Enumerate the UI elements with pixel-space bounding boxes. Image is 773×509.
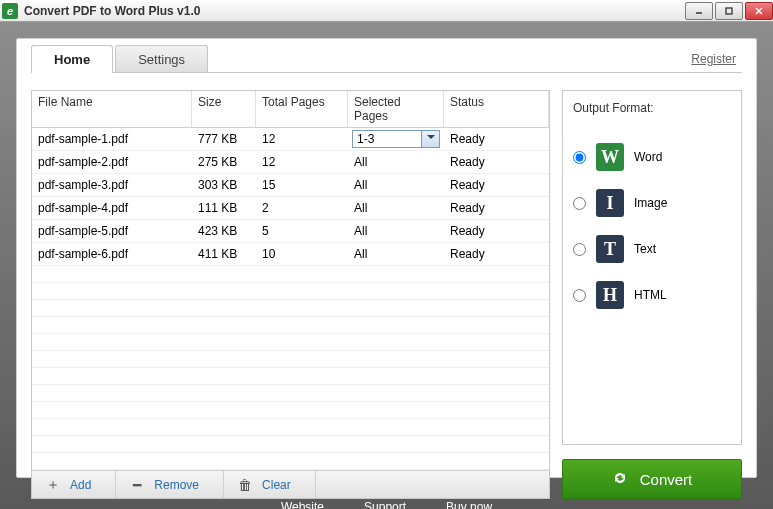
format-label-word: Word [634, 150, 662, 164]
table-row [32, 351, 549, 368]
table-body: pdf-sample-1.pdf777 KB121-3Readypdf-samp… [32, 128, 549, 470]
cell-selected-pages[interactable]: All [348, 151, 444, 173]
table-row [32, 368, 549, 385]
cell-size: 777 KB [192, 128, 256, 150]
tab-home[interactable]: Home [31, 45, 113, 73]
titlebar: e Convert PDF to Word Plus v1.0 [0, 0, 773, 22]
col-status[interactable]: Status [444, 91, 549, 127]
table-row[interactable]: pdf-sample-3.pdf303 KB15AllReady [32, 174, 549, 197]
table-row [32, 436, 549, 453]
buy-link[interactable]: Buy now [446, 500, 492, 509]
format-radio-word[interactable] [573, 151, 586, 164]
format-radio-text[interactable] [573, 243, 586, 256]
table-header: File Name Size Total Pages Selected Page… [32, 91, 549, 128]
cell-file-name: pdf-sample-4.pdf [32, 197, 192, 219]
cell-status: Ready [444, 128, 549, 150]
col-size[interactable]: Size [192, 91, 256, 127]
register-link[interactable]: Register [691, 52, 742, 66]
table-row [32, 402, 549, 419]
maximize-button[interactable] [715, 2, 743, 20]
cell-selected-pages[interactable]: All [348, 174, 444, 196]
cell-status: Ready [444, 197, 549, 219]
right-column: Output Format: WWordIImageTTextHHTML Con… [562, 90, 742, 499]
cell-selected-pages[interactable]: All [348, 220, 444, 242]
html-icon: H [596, 281, 624, 309]
support-link[interactable]: Support [364, 500, 406, 509]
tab-underline [31, 72, 742, 73]
cell-total-pages: 2 [256, 197, 348, 219]
output-panel: Output Format: WWordIImageTTextHHTML [562, 90, 742, 445]
tab-settings[interactable]: Settings [115, 45, 208, 73]
image-icon: I [596, 189, 624, 217]
cell-file-name: pdf-sample-2.pdf [32, 151, 192, 173]
col-file-name[interactable]: File Name [32, 91, 192, 127]
table-row[interactable]: pdf-sample-2.pdf275 KB12AllReady [32, 151, 549, 174]
table-row[interactable]: pdf-sample-6.pdf411 KB10AllReady [32, 243, 549, 266]
table-row [32, 334, 549, 351]
cell-selected-pages[interactable]: All [348, 197, 444, 219]
remove-label: Remove [154, 478, 199, 492]
toolbar: ＋ Add ━ Remove 🗑 Clear [32, 470, 549, 498]
cell-selected-pages[interactable]: All [348, 243, 444, 265]
chevron-down-icon[interactable] [421, 131, 439, 147]
cell-file-name: pdf-sample-3.pdf [32, 174, 192, 196]
minimize-button[interactable] [685, 2, 713, 20]
refresh-icon [612, 470, 628, 489]
format-label-image: Image [634, 196, 667, 210]
cell-total-pages: 10 [256, 243, 348, 265]
cell-total-pages: 12 [256, 128, 348, 150]
add-button[interactable]: ＋ Add [32, 471, 116, 498]
cell-file-name: pdf-sample-6.pdf [32, 243, 192, 265]
col-selected-pages[interactable]: Selected Pages [348, 91, 444, 127]
remove-button[interactable]: ━ Remove [116, 471, 224, 498]
cell-status: Ready [444, 220, 549, 242]
clear-label: Clear [262, 478, 291, 492]
format-option-word[interactable]: WWord [573, 143, 731, 171]
cell-status: Ready [444, 243, 549, 265]
format-option-image[interactable]: IImage [573, 189, 731, 217]
format-option-html[interactable]: HHTML [573, 281, 731, 309]
clear-button[interactable]: 🗑 Clear [224, 471, 316, 498]
table-row [32, 385, 549, 402]
website-link[interactable]: Website [281, 500, 324, 509]
file-panel: File Name Size Total Pages Selected Page… [31, 90, 550, 499]
col-total-pages[interactable]: Total Pages [256, 91, 348, 127]
window-title: Convert PDF to Word Plus v1.0 [24, 4, 200, 18]
cell-total-pages: 15 [256, 174, 348, 196]
add-label: Add [70, 478, 91, 492]
cell-selected-pages[interactable]: 1-3 [348, 130, 444, 148]
text-icon: T [596, 235, 624, 263]
close-button[interactable] [745, 2, 773, 20]
table-row [32, 317, 549, 334]
cell-status: Ready [444, 174, 549, 196]
table-row [32, 283, 549, 300]
table-row [32, 300, 549, 317]
convert-label: Convert [640, 471, 693, 488]
format-label-html: HTML [634, 288, 667, 302]
format-option-text[interactable]: TText [573, 235, 731, 263]
selected-pages-dropdown[interactable]: 1-3 [352, 130, 440, 148]
format-radio-image[interactable] [573, 197, 586, 210]
cell-total-pages: 5 [256, 220, 348, 242]
table-row[interactable]: pdf-sample-5.pdf423 KB5AllReady [32, 220, 549, 243]
table-row[interactable]: pdf-sample-1.pdf777 KB121-3Ready [32, 128, 549, 151]
format-radio-html[interactable] [573, 289, 586, 302]
table-row [32, 266, 549, 283]
app-icon: e [2, 3, 18, 19]
output-title: Output Format: [573, 101, 731, 115]
cell-size: 411 KB [192, 243, 256, 265]
cell-file-name: pdf-sample-5.pdf [32, 220, 192, 242]
table-row[interactable]: pdf-sample-4.pdf111 KB2AllReady [32, 197, 549, 220]
cell-size: 423 KB [192, 220, 256, 242]
cell-status: Ready [444, 151, 549, 173]
cell-size: 111 KB [192, 197, 256, 219]
svg-rect-1 [726, 8, 732, 14]
minus-icon: ━ [130, 477, 144, 493]
table-row [32, 453, 549, 470]
word-icon: W [596, 143, 624, 171]
app-body: Home Settings Register File Name Size To… [16, 38, 757, 478]
tabbar: Home Settings Register [17, 39, 756, 73]
cell-size: 303 KB [192, 174, 256, 196]
convert-button[interactable]: Convert [562, 459, 742, 499]
plus-icon: ＋ [46, 476, 60, 494]
